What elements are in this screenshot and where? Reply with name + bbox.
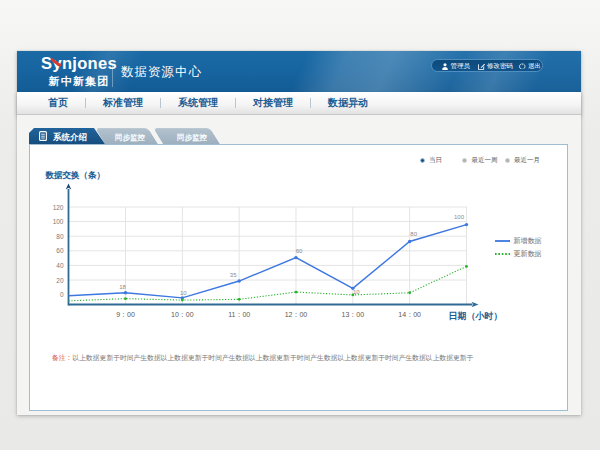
user-label: 管理员 xyxy=(451,62,471,71)
app-header: Synjones 新中新集团 数据资源中心 管理员 修改密码 退出 xyxy=(17,51,581,92)
y-tick-label: 20 xyxy=(56,277,64,284)
data-point-label: 60 xyxy=(296,248,303,254)
x-tick-label: 14：00 xyxy=(398,311,421,318)
nav-item-integration-mgmt[interactable]: 对接管理 xyxy=(236,98,311,108)
legend-label: 更新数据 xyxy=(514,249,542,259)
app-window: Synjones 新中新集团 数据资源中心 管理员 修改密码 退出 首页标准管理… xyxy=(17,51,581,415)
brand-logo-subtext: 新中新集团 xyxy=(40,74,118,89)
logout-label: 退出 xyxy=(528,62,541,71)
x-tick-label: 11：00 xyxy=(228,311,250,318)
legend-item-1: 更新数据 xyxy=(495,247,542,260)
x-tick-label: 13：00 xyxy=(342,311,365,318)
brand-logo[interactable]: Synjones 新中新集团 xyxy=(40,56,118,89)
footnote-prefix: 备注： xyxy=(52,354,72,361)
change-password-label: 修改密码 xyxy=(487,62,513,71)
x-tick-label: 10：00 xyxy=(171,311,194,318)
y-axis-arrow xyxy=(66,184,72,190)
x-tick-label: 9：00 xyxy=(116,311,135,318)
y-tick-label: 120 xyxy=(53,204,64,211)
legend-label: 新增数据 xyxy=(514,236,542,246)
user-toolbar: 管理员 修改密码 退出 xyxy=(431,59,543,72)
chart-panel: 当日最近一周最近一月 数据交换（条） 0204060801001209：0010… xyxy=(29,144,568,411)
nav-item-home[interactable]: 首页 xyxy=(31,98,86,108)
tab-strip: 系统介绍 同步监控 同步监控 xyxy=(29,128,569,144)
brand-logo-text: Synjones xyxy=(40,56,118,71)
y-tick-label: 60 xyxy=(56,247,64,254)
data-point-label: 35 xyxy=(230,272,237,278)
data-point xyxy=(295,291,298,294)
user-menu[interactable]: 管理员 xyxy=(442,61,470,72)
legend-item-0: 新增数据 xyxy=(495,234,542,247)
nav-item-data-change[interactable]: 数据异动 xyxy=(311,98,385,108)
data-point-label: 100 xyxy=(454,214,465,220)
y-tick-label: 100 xyxy=(53,218,64,225)
icon-shape xyxy=(478,64,483,69)
data-point xyxy=(408,240,411,243)
tab-sync-monitor-2[interactable]: 同步监控 xyxy=(153,128,210,144)
series-line-更新数据 xyxy=(69,266,467,300)
y-tick-label: 80 xyxy=(56,233,64,240)
legend-swatch xyxy=(495,239,510,243)
data-point xyxy=(351,294,354,297)
main-nav: 首页标准管理系统管理对接管理数据异动 xyxy=(17,92,581,115)
footnote: 备注：以上数据更新于时间产生数据以上数据更新于时间产生数据以上数据更新于时间产生… xyxy=(52,353,473,363)
data-point xyxy=(294,256,297,259)
tab-label: 同步监控 xyxy=(115,133,145,143)
y-tick-label: 40 xyxy=(56,262,64,269)
data-point-label: 80 xyxy=(410,231,417,237)
nav-item-system-mgmt[interactable]: 系统管理 xyxy=(161,98,236,108)
data-point xyxy=(408,291,411,294)
user-icon xyxy=(442,63,448,70)
tab-system-intro[interactable]: 系统介绍 xyxy=(29,128,105,144)
page-title: 数据资源中心 xyxy=(121,64,202,81)
x-axis-title: 日期（小时） xyxy=(448,311,502,321)
logo-text-pre: S xyxy=(41,54,52,72)
data-point-label: 18 xyxy=(119,284,126,290)
x-tick-label: 12：00 xyxy=(285,311,308,318)
icon-shape xyxy=(480,63,484,67)
footnote-text: 以上数据更新于时间产生数据以上数据更新于时间产生数据以上数据更新于时间产生数据以… xyxy=(72,354,473,361)
series-line-新增数据 xyxy=(69,225,467,298)
chart-legend: 新增数据更新数据 xyxy=(495,234,542,260)
tab-label: 同步监控 xyxy=(177,133,207,143)
power-icon xyxy=(519,63,526,70)
logo-text-post: njones xyxy=(62,54,117,72)
legend-swatch xyxy=(495,252,510,256)
icon-shape xyxy=(443,63,446,66)
data-point xyxy=(238,298,241,301)
line-chart: 0204060801001209：0010：0011：0012：0013：001… xyxy=(29,144,568,411)
data-point xyxy=(124,291,127,294)
data-point xyxy=(181,299,184,302)
change-password-button[interactable]: 修改密码 xyxy=(478,61,514,72)
edit-icon xyxy=(478,63,485,70)
form-icon xyxy=(39,131,47,141)
data-point-label: 10 xyxy=(180,290,187,296)
logout-button[interactable]: 退出 xyxy=(519,61,541,72)
data-point xyxy=(465,265,468,268)
logo-y-red-slash: y xyxy=(52,56,61,71)
data-point xyxy=(237,279,240,282)
content-area: 系统介绍 同步监控 同步监控 当日最近一周最近一月 数据交换（条） 020406… xyxy=(17,115,581,415)
nav-item-standards-mgmt[interactable]: 标准管理 xyxy=(86,98,161,108)
tab-label: 系统介绍 xyxy=(53,132,87,144)
icon-shape xyxy=(442,67,448,70)
y-tick-label: 0 xyxy=(60,291,64,298)
x-axis-arrow xyxy=(471,302,478,308)
data-point xyxy=(465,223,468,226)
header-divider xyxy=(112,66,113,87)
data-point xyxy=(124,297,127,300)
